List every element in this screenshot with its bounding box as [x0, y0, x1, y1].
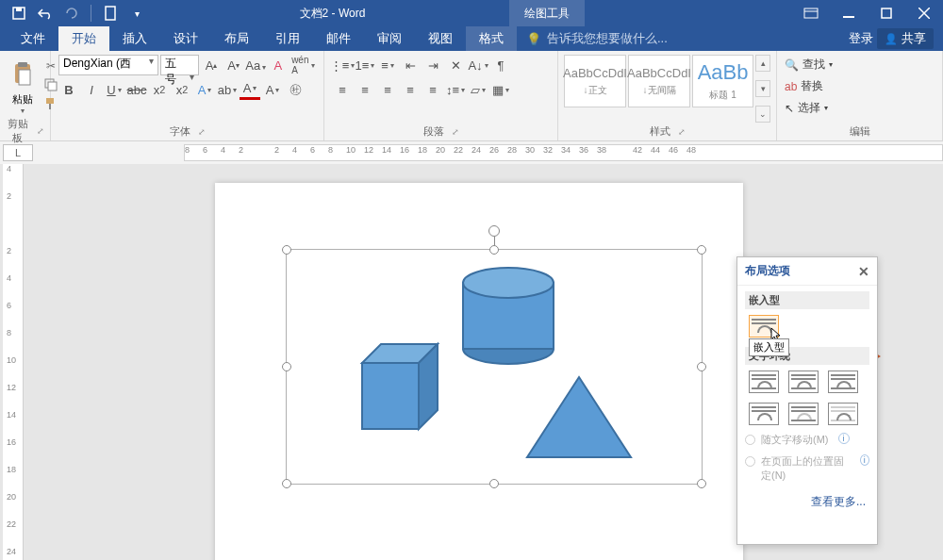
shape-cylinder[interactable]: [452, 259, 565, 372]
find-button[interactable]: 🔍 查找 ▾: [785, 55, 935, 74]
underline-button[interactable]: U: [104, 79, 124, 100]
tab-layout[interactable]: 布局: [211, 26, 262, 51]
clipboard-launcher[interactable]: ⤢: [37, 126, 44, 136]
qat-custom-button[interactable]: ▾: [125, 2, 148, 25]
tab-references[interactable]: 引用: [262, 26, 313, 51]
font-name-select[interactable]: DengXian (西: [58, 55, 158, 75]
align-center-button[interactable]: ≡: [355, 79, 375, 100]
font-launcher[interactable]: ⤢: [198, 127, 206, 137]
show-marks-button[interactable]: ¶: [490, 55, 511, 75]
wrap-front-button[interactable]: [828, 403, 858, 425]
align-right-button[interactable]: ≡: [377, 79, 398, 100]
style-scroll-down[interactable]: ▾: [755, 80, 770, 97]
save-button[interactable]: [8, 2, 30, 25]
style-normal[interactable]: AaBbCcDdI↓正文: [564, 55, 626, 107]
redo-button[interactable]: [60, 2, 83, 25]
share-button[interactable]: 👤共享: [877, 28, 934, 49]
minimize-button[interactable]: [830, 0, 868, 26]
svg-marker-16: [362, 363, 419, 429]
flyout-close-button[interactable]: ✕: [858, 264, 869, 279]
tab-view[interactable]: 视图: [415, 26, 466, 51]
shape-triangle[interactable]: [522, 372, 636, 467]
resize-handle-tl[interactable]: [282, 245, 291, 255]
multilevel-button[interactable]: ≡: [377, 55, 398, 75]
distributed-button[interactable]: ≡: [422, 79, 443, 100]
enclose-button[interactable]: ㊓: [285, 79, 306, 100]
see-more-link[interactable]: 查看更多...: [737, 486, 877, 518]
style-scroll-up[interactable]: ▴: [755, 55, 770, 72]
bold-button[interactable]: B: [58, 79, 79, 100]
close-button[interactable]: [905, 0, 943, 26]
select-button[interactable]: ↖ 选择 ▾: [785, 98, 935, 118]
move-with-text-radio[interactable]: 随文字移动(M)i: [737, 429, 877, 451]
shape-selection-box[interactable]: [286, 249, 703, 485]
ribbon-options-button[interactable]: [792, 0, 830, 26]
new-doc-button[interactable]: [99, 2, 122, 25]
tab-insert[interactable]: 插入: [109, 26, 160, 51]
maximize-button[interactable]: [868, 0, 905, 26]
shrink-font-button[interactable]: A▾: [223, 55, 243, 75]
resize-handle-mr[interactable]: [697, 362, 706, 371]
resize-handle-br[interactable]: [697, 479, 706, 488]
paste-label[interactable]: 粘贴: [12, 92, 33, 107]
wrap-inline-button[interactable]: 嵌入型: [749, 315, 779, 338]
tab-mail[interactable]: 邮件: [313, 26, 364, 51]
align-left-button[interactable]: ≡: [332, 79, 353, 100]
borders-button[interactable]: ▦: [490, 79, 511, 100]
rotate-handle[interactable]: [488, 225, 500, 237]
shading-button[interactable]: ▱: [468, 79, 488, 100]
tab-review[interactable]: 审阅: [364, 26, 415, 51]
styles-launcher[interactable]: ⤢: [678, 127, 686, 137]
tab-selector[interactable]: L: [3, 144, 33, 161]
resize-handle-tr[interactable]: [697, 245, 706, 255]
info-icon[interactable]: i: [838, 433, 850, 444]
paragraph-launcher[interactable]: ⤢: [452, 127, 459, 137]
wrap-through-button[interactable]: [828, 371, 858, 393]
sort-button[interactable]: A↓: [468, 55, 488, 75]
grow-font-button[interactable]: A▴: [201, 55, 221, 75]
paste-button[interactable]: [6, 55, 40, 92]
tell-me-search[interactable]: 💡告诉我您想要做什么...: [517, 30, 668, 47]
line-spacing-button[interactable]: ↕≡: [445, 79, 466, 100]
undo-button[interactable]: [34, 2, 57, 25]
resize-handle-bm[interactable]: [489, 479, 499, 488]
resize-handle-ml[interactable]: [282, 362, 291, 371]
shape-cube[interactable]: [343, 335, 447, 438]
asian-layout-button[interactable]: ✕: [445, 55, 466, 75]
strike-button[interactable]: abc: [126, 79, 147, 100]
wrap-tight-button[interactable]: [788, 371, 819, 393]
replace-button[interactable]: ab 替换: [785, 76, 935, 96]
indent-dec-button[interactable]: ⇤: [400, 55, 421, 75]
change-case-button[interactable]: Aa: [245, 55, 266, 75]
font-size-select[interactable]: 五号: [160, 55, 200, 75]
tab-format[interactable]: 格式: [466, 26, 517, 51]
tab-home[interactable]: 开始: [58, 26, 109, 51]
bullets-button[interactable]: ⋮≡: [332, 55, 353, 75]
fix-position-radio[interactable]: 在页面上的位置固定(N)i: [737, 451, 877, 486]
justify-button[interactable]: ≡: [400, 79, 421, 100]
tab-file[interactable]: 文件: [8, 26, 58, 51]
text-effects-button[interactable]: A: [194, 79, 215, 100]
indent-inc-button[interactable]: ⇥: [422, 55, 443, 75]
wrap-square-button[interactable]: [749, 371, 779, 393]
style-gallery-expand[interactable]: ⌄: [755, 106, 770, 123]
vertical-ruler[interactable]: 4224681012141618202224: [3, 164, 24, 560]
info-icon[interactable]: i: [860, 454, 869, 466]
highlight-button[interactable]: ab: [217, 79, 238, 100]
font-color-button[interactable]: A: [240, 79, 260, 100]
wrap-behind-button[interactable]: [788, 403, 819, 425]
style-heading1[interactable]: AaBb标题 1: [692, 55, 753, 107]
resize-handle-tm[interactable]: [489, 245, 499, 255]
numbering-button[interactable]: 1≡: [355, 55, 375, 75]
svg-marker-22: [527, 377, 631, 457]
wrap-topbottom-button[interactable]: [749, 403, 779, 425]
horizontal-ruler[interactable]: 8642246810121416182022242628303234363842…: [184, 144, 943, 161]
login-link[interactable]: 登录: [849, 30, 873, 47]
italic-button[interactable]: I: [81, 79, 102, 100]
tab-design[interactable]: 设计: [160, 26, 211, 51]
style-no-spacing[interactable]: AaBbCcDdI↓无间隔: [628, 55, 690, 107]
char-border-button[interactable]: A: [262, 79, 283, 100]
clear-format-button[interactable]: A: [268, 55, 288, 75]
resize-handle-bl[interactable]: [282, 479, 291, 488]
phonetic-guide-button[interactable]: wénA: [290, 55, 316, 75]
